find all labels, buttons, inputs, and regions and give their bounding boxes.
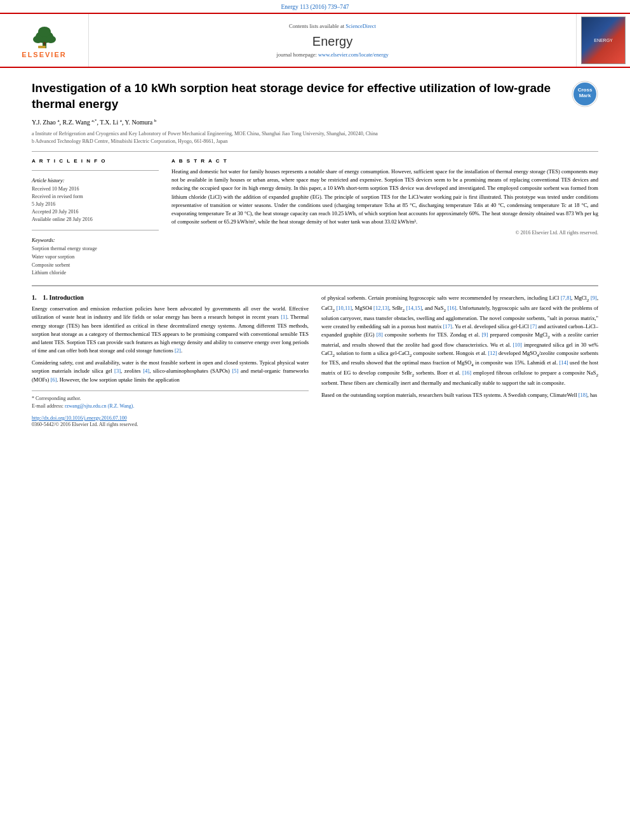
keyword-3: Composite sorbent [32,262,159,270]
article-info-col: A R T I C L E I N F O Article history: R… [32,158,159,277]
ref-17[interactable]: [17] [443,323,452,330]
crossmark-icon: Cross Mark [572,81,598,107]
title-row: Investigation of a 10 kWh sorption heat … [32,81,598,118]
ref-10b[interactable]: [10] [513,342,522,348]
footnote-section: * Corresponding author. E-mail address: … [32,390,309,429]
right-para-1: of physical sorbents. Certain promising … [321,294,598,387]
ref-18[interactable]: [18] [579,392,587,398]
ref-4[interactable]: [4] [143,368,149,374]
keywords-section: Keywords: Sorption thermal energy storag… [32,237,159,277]
paper-content: Investigation of a 10 kWh sorption heat … [0,68,630,441]
affil-a: a Institute of Refrigeration and Cryogen… [32,130,598,137]
ref-6[interactable]: [6] [51,377,57,383]
ref-3[interactable]: [3] [114,368,121,374]
citation-bar: Energy 113 (2016) 739–747 [0,0,630,13]
ref-2[interactable]: [2] [175,347,181,354]
available-date: Available online 28 July 2016 [32,216,159,223]
citation-text: Energy 113 (2016) 739–747 [281,4,349,10]
keyword-4: Lithium chloride [32,269,159,277]
right-para-2: Based on the outstanding sorption materi… [321,391,598,399]
elsevier-logo-block: ELSEVIER [0,14,89,67]
ref-8b[interactable]: [8] [377,331,383,338]
body-text-right: of physical sorbents. Certain promising … [321,294,598,399]
intro-para-1: Energy conservation and emission reducti… [32,305,309,355]
homepage-link[interactable]: www.elsevier.com/locate/energy [318,51,389,58]
ref-10-11[interactable]: [10,11] [337,305,352,311]
paper-title: Investigation of a 10 kWh sorption heat … [32,81,559,112]
intro-heading: 1. 1. Introduction [32,294,309,301]
journal-cover-block: ENERGY [576,14,630,67]
ref-7b[interactable]: [7] [530,323,537,330]
ref-7-8[interactable]: [7,8] [561,295,571,301]
elsevier-tree-icon [25,23,64,50]
body-text-left: Energy conservation and emission reducti… [32,305,309,384]
journal-header-middle: Contents lists available at ScienceDirec… [89,14,576,67]
footnote-email: E-mail address: rzwang@sjtu.edu.cn (R.Z.… [32,403,309,410]
divider-body [32,285,598,286]
title-text-block: Investigation of a 10 kWh sorption heat … [32,81,559,118]
svg-text:Mark: Mark [579,93,591,98]
journal-title-header: Energy [312,34,352,49]
copyright-line: © 2016 Elsevier Ltd. All rights reserved… [171,230,598,236]
doi-link[interactable]: http://dx.doi.org/10.1016/j.energy.2016.… [32,415,127,421]
intro-para-2: Considering safety, cost and availabilit… [32,359,309,384]
doi-section: http://dx.doi.org/10.1016/j.energy.2016.… [32,414,309,421]
ref-12-13[interactable]: [12,13] [373,305,389,311]
body-left-col: 1. 1. Introduction Energy conservation a… [32,294,309,429]
contents-line: Contents lists available at ScienceDirec… [289,23,376,29]
body-section: 1. 1. Introduction Energy conservation a… [32,294,598,429]
ref-1[interactable]: [1] [281,314,287,320]
keyword-2: Water vapor sorption [32,253,159,262]
abstract-col: A B S T R A C T Heating and domestic hot… [171,158,598,277]
crossmark-badge[interactable]: Cross Mark [559,81,598,107]
ref-16[interactable]: [16] [447,305,456,311]
svg-text:Cross: Cross [578,87,593,93]
abstract-heading: A B S T R A C T [171,158,598,164]
info-abstract-section: A R T I C L E I N F O Article history: R… [32,158,598,277]
ref-12b[interactable]: [12] [488,350,497,356]
elsevier-brand-text: ELSEVIER [22,51,66,58]
authors-line: Y.J. Zhao a, R.Z. Wang a,*, T.X. Li a, Y… [32,118,598,126]
journal-header: ELSEVIER Contents lists available at Sci… [0,13,630,68]
sciencedirect-link[interactable]: ScienceDirect [345,23,376,29]
divider-1 [32,151,598,152]
svg-point-6 [43,42,46,44]
section-number: 1. [32,294,37,301]
section-title-text: 1. Introduction [43,294,84,301]
abstract-text: Heating and domestic hot water for famil… [171,168,598,226]
ref-5[interactable]: [5] [232,368,239,374]
keyword-1: Sorption thermal energy storage [32,245,159,253]
footnote-star: * Corresponding author. [32,395,309,403]
received-revised-date: 5 July 2016 [32,201,159,208]
svg-point-5 [38,27,51,37]
svg-rect-8 [38,46,46,48]
issn-line: 0360-5442/© 2016 Elsevier Ltd. All right… [32,421,309,429]
journal-homepage-line: journal homepage: www.elsevier.com/locat… [276,51,388,58]
footnote-corresponding: * Corresponding author. E-mail address: … [32,395,309,410]
abstract-paragraph: Heating and domestic hot water for famil… [171,168,598,226]
ref-16b[interactable]: [16] [462,370,471,376]
journal-cover-thumbnail: ENERGY [581,17,626,64]
ref-14-15[interactable]: [14,15] [406,305,422,311]
accepted-date: Accepted 20 July 2016 [32,208,159,216]
body-right-col: of physical sorbents. Certain promising … [321,294,598,429]
affil-b: b Advanced Technology R&D Centre, Mitsub… [32,138,598,145]
received-1: Received 10 May 2016 [32,185,159,193]
article-info-heading: A R T I C L E I N F O [32,158,159,164]
keywords-title: Keywords: [32,237,159,243]
svg-point-4 [46,36,56,43]
affiliations: a Institute of Refrigeration and Cryogen… [32,130,598,145]
received-revised-label: Received in revised form [32,193,159,201]
divider-keywords [32,230,159,230]
email-link[interactable]: rzwang@sjtu.edu.cn (R.Z. Wang). [65,403,134,409]
article-history-title: Article history: [32,177,159,183]
elsevier-logo: ELSEVIER [22,23,66,58]
ref-14b[interactable]: [14] [560,359,568,366]
ref-9[interactable]: [9] [591,295,597,301]
keywords-list: Sorption thermal energy storage Water va… [32,245,159,277]
ref-9b[interactable]: [9] [481,331,488,338]
svg-point-3 [33,36,43,43]
divider-info [32,170,159,171]
article-history-text: Received 10 May 2016 Received in revised… [32,185,159,223]
